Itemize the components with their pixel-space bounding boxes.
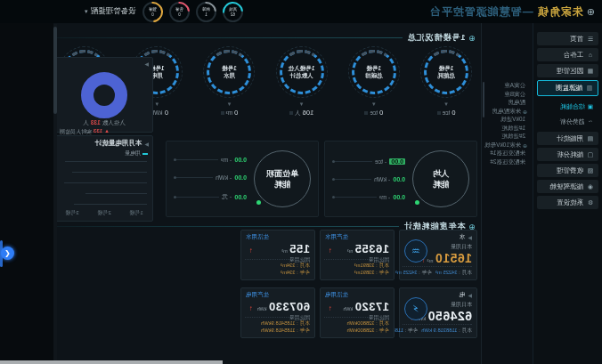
info-chip-icon: [364, 111, 368, 115]
kpi-ring-occupants: 1号楼入住人数总计 ▼ 106 人: [276, 50, 328, 117]
title-rule: [53, 226, 399, 227]
metric-row: 0.00- tce: [332, 158, 405, 165]
panel-circle-label: 人均能耗: [412, 150, 469, 207]
production-water-card: 生产用水 16355m³↑ 同比用量 本月 : 33891m³今年 : 3389…: [320, 230, 395, 280]
per-area-energy-panel: 单位面积能耗 0.00- m³ 0.00- kWh 0.00- 元: [166, 141, 319, 217]
main-scrollbar[interactable]: [53, 24, 57, 363]
sidebar-item-billing[interactable]: ▧ 收费管理: [537, 164, 598, 177]
metric-row: 0.00- m³: [174, 157, 247, 163]
metric-row: 0.00- m³: [332, 194, 405, 200]
screenshot-frame: ⊕ 朱家角镇 —智慧能源管控平台 离线62 故障1 告警0 预警0 设备管理提: [0, 0, 602, 364]
tree-node[interactable]: ⊕朱家10kV母线: [484, 142, 527, 150]
chart-gridlines: [56, 158, 152, 205]
site-name: 朱家角镇: [537, 4, 583, 20]
collapse-toggle-icon[interactable]: ▶: [144, 61, 149, 67]
dashed-ring-icon: 1号楼入住人数总计: [280, 50, 324, 94]
metric-row: 0.00- kWh: [332, 176, 405, 182]
home-icon: ⌂: [587, 52, 594, 58]
sidebar-item-settings[interactable]: ⚙ 系统设置: [537, 196, 598, 209]
sidebar-item-energy-cockpit[interactable]: ◉ 能源驾驶舱: [537, 180, 598, 193]
metric-row: 0.00- 元: [174, 192, 247, 201]
collapse-toggle-icon[interactable]: ▶: [468, 234, 472, 240]
device-alert-dropdown[interactable]: 设备管理提醒 ▾: [85, 6, 136, 17]
title-rule: [53, 37, 403, 38]
device-alert-cluster: 离线62 故障1 告警0 预警0 设备管理提醒 ▾: [0, 2, 243, 22]
caret-down-icon: ▼: [203, 101, 255, 107]
dashboard-content: ⊕ 1号楼情况汇总 1号楼总能耗 ▼ 0 tce 1号楼总碳排 ▼ 0 tce …: [53, 23, 481, 364]
sidebar-item-energy-analysis[interactable]: ▢ 能耗分析: [537, 148, 598, 161]
scrollbar-thumb[interactable]: [53, 27, 57, 114]
bottom-artifact-strip: [0, 360, 223, 364]
tree-node[interactable]: 10kV进线: [484, 116, 527, 125]
box-icon: ▢: [587, 151, 594, 158]
info-chip-icon: [221, 111, 224, 115]
chart-legend: 用电量: [56, 148, 152, 158]
sidebar-item-energy-stats[interactable]: ▤ 用能统计: [537, 132, 598, 145]
tree-node[interactable]: 朱配变压器2#: [484, 158, 527, 167]
dashed-ring-icon: 1号楼用水: [207, 50, 251, 94]
top-bar: ⊕ 朱家角镇 —智慧能源管控平台 离线62 故障1 告警0 预警0 设备管理提: [0, 0, 602, 24]
sidebar-item-workbench[interactable]: ⌂ 工作台: [537, 48, 598, 61]
device-alert-label: 设备管理提醒: [91, 6, 136, 17]
tree-node[interactable]: 公寓A座: [484, 82, 527, 91]
status-dot-icon: [256, 200, 261, 205]
expand-icon[interactable]: ⊕: [523, 142, 527, 149]
gauge-warning: 预警0: [142, 2, 163, 22]
dashed-ring-icon: 1号楼总能耗: [424, 50, 468, 94]
tree-node[interactable]: 朱配变压器1#: [484, 150, 527, 158]
up-arrow-icon: ↑: [329, 247, 332, 255]
caret-down-icon: ▾: [85, 8, 88, 15]
gauge-offline: 离线62: [223, 2, 243, 22]
kpi-ring-total-energy: 1号楼总能耗 ▼ 0 tce: [420, 50, 472, 117]
sidebar-subitem-trend-analysis[interactable]: ～ 趋势分析: [537, 117, 593, 126]
mirrored-app-root: ⊕ 朱家角镇 —智慧能源管控平台 离线62 故障1 告警0 预警0 设备管理提: [0, 0, 602, 364]
status-dot-icon: [415, 200, 419, 205]
drawer-collapse-button[interactable]: ❮: [1, 247, 14, 260]
gear-icon: ⚙: [587, 199, 594, 206]
domestic-water-card: 生活用水 155m³↑ 同比用量 本月 : 334m³今年 : 334m³: [240, 230, 315, 280]
sidebar-item-park-management[interactable]: ▦ 园区管理: [537, 64, 598, 77]
tree-node[interactable]: 2#进线柜: [484, 133, 527, 142]
water-icon: ♒: [404, 239, 427, 263]
section-title-building-overview: ⊕ 1号楼情况汇总: [53, 32, 476, 44]
panel-icon: ▣: [588, 103, 593, 110]
platform-name: —智慧能源管控平台: [429, 4, 533, 20]
stat-cards-grid: ▶水 本日用量 16510m³↑ ♒ 本月 : 34225 m³今年 : 342…: [240, 230, 477, 338]
kpi-ring-water: 1号楼用水 ▼ 0 m³: [203, 50, 255, 117]
occupancy-card: ▶ 入住人数133人 ▲133实时人员监测: [55, 57, 153, 133]
up-arrow-icon: ↑: [249, 304, 253, 312]
target-icon: ◉: [587, 183, 594, 190]
plus-circle-icon: ⊕: [468, 34, 476, 43]
water-total-card: ▶水 本日用量 16510m³↑ ♒ 本月 : 34225 m³今年 : 342…: [399, 230, 477, 280]
gauge-alarm: 告警0: [169, 2, 190, 22]
tree-node[interactable]: 公寓B座: [484, 91, 527, 100]
tree-node[interactable]: ⊕朱家配电房: [484, 108, 527, 117]
tree-node[interactable]: 1#进线柜: [484, 125, 527, 133]
main-sidebar: ☰ 首页 ⌂ 工作台 ▦ 园区管理 ▥ 能源监测 ▣ 综合能耗 ～ 趋势分析 ▤…: [533, 23, 602, 364]
info-chip-icon: [437, 111, 441, 115]
panel-circle-label: 单位面积能耗: [254, 150, 311, 207]
app-title: ⊕ 朱家角镇 —智慧能源管控平台: [429, 4, 602, 20]
up-arrow-icon: ↑: [329, 304, 332, 312]
wave-icon: ～: [588, 117, 594, 125]
collapse-toggle-icon[interactable]: ▶: [468, 292, 472, 298]
kpi-panels-row: 人均能耗 0.00- tce 0.00- kWh 0.00- m³ 单位面积能耗…: [166, 141, 477, 217]
caret-down-icon: ▼: [276, 101, 328, 107]
domestic-electricity-card: 生活用电 17320kWh↑ 同比用量 本月 : 328800kWh今年 : 3…: [320, 287, 395, 338]
per-capita-energy-panel: 人均能耗 0.00- tce 0.00- kWh 0.00- m³: [324, 141, 477, 217]
caret-down-icon: ▼: [420, 101, 472, 107]
tree-node[interactable]: 配电房: [484, 99, 527, 108]
metric-row: 0.00- kWh: [174, 174, 247, 181]
sidebar-item-energy-monitor[interactable]: ▥ 能源监测: [537, 80, 598, 96]
sidebar-item-home[interactable]: ☰ 首页: [537, 32, 598, 45]
dashed-ring-icon: 1号楼总碳排: [352, 50, 396, 94]
sidebar-subitem-overall-energy[interactable]: ▣ 综合能耗: [537, 101, 593, 111]
legend-mark-icon: [142, 153, 148, 155]
bar-chart-icon: ▥: [586, 85, 593, 92]
tree-scrollbar[interactable]: [483, 82, 484, 117]
occupancy-donut: [81, 72, 127, 118]
expand-icon[interactable]: ⊕: [523, 109, 527, 115]
info-chip-icon: [289, 111, 293, 115]
caret-down-icon: ▼: [348, 101, 400, 107]
collapse-toggle-icon[interactable]: ▶: [144, 141, 149, 147]
